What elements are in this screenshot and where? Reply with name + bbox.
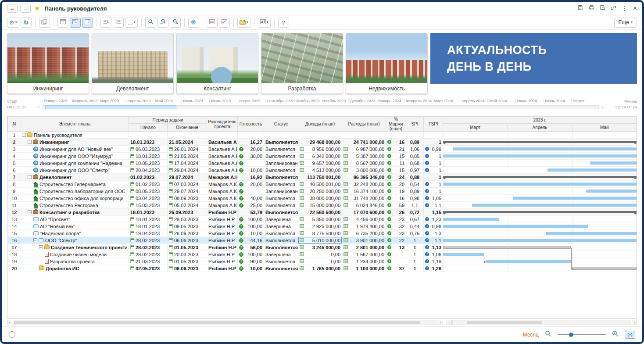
plan-item-cell[interactable]: Строительство Ресторана bbox=[21, 202, 129, 209]
status-cell[interactable]: Выполняется bbox=[264, 153, 298, 160]
plan-item-cell[interactable]: "Надежная опора" bbox=[21, 230, 129, 237]
zoom-slider[interactable] bbox=[558, 334, 606, 335]
gantt-bar[interactable] bbox=[546, 232, 637, 235]
progress-cell[interactable]: 100,00 bbox=[238, 223, 264, 230]
plan-item-cell[interactable]: Строительство лаборатории для ООС bbox=[21, 188, 129, 195]
spi-cell[interactable]: 1,1 bbox=[406, 202, 424, 209]
visible-range-thumb[interactable] bbox=[45, 105, 176, 109]
status-cell[interactable]: Выполняется bbox=[264, 139, 298, 146]
gantt-bar[interactable] bbox=[443, 225, 588, 228]
margin-cell[interactable] bbox=[386, 258, 406, 265]
status-cell[interactable]: Запланирован bbox=[264, 188, 298, 195]
col-header-spi[interactable]: SPI bbox=[406, 117, 424, 132]
gantt-cell[interactable] bbox=[443, 153, 637, 160]
spi-cell[interactable]: 1 bbox=[406, 258, 424, 265]
gantt-cell[interactable] bbox=[443, 209, 637, 216]
expense-cell[interactable]: 1 234 000,00 bbox=[342, 258, 386, 265]
zoom-slider-handle[interactable] bbox=[569, 333, 573, 337]
task-end-cell[interactable]: 06.06.2023 bbox=[168, 237, 207, 244]
manager-cell[interactable]: Макаров А.Ю. bbox=[207, 188, 238, 195]
task-end-cell[interactable]: 20.03.2023 bbox=[168, 251, 207, 258]
search-next-button[interactable] bbox=[170, 18, 181, 28]
plan-item-cell[interactable]: Инжиниринг для ООО "Спектр" bbox=[21, 167, 129, 174]
gantt-cell[interactable] bbox=[443, 146, 637, 153]
gantt-bar[interactable] bbox=[513, 197, 637, 200]
expense-cell[interactable]: 2 801 000,00 bbox=[342, 244, 386, 251]
task-start-cell[interactable]: 01.02.2023 bbox=[129, 174, 168, 181]
income-cell[interactable]: 2 925 000,00 bbox=[298, 223, 342, 230]
table-row[interactable]: 5Инжиниринг для компании "Надежна10.05.2… bbox=[8, 160, 637, 167]
more-button[interactable]: Еще▾ bbox=[614, 18, 637, 28]
expense-cell[interactable]: 16 374 100,00 bbox=[342, 188, 386, 195]
tspi-cell[interactable]: 1,05 bbox=[424, 195, 443, 202]
scale-mode-label[interactable]: Месяц bbox=[523, 332, 539, 338]
plan-item-cell[interactable]: Инжиниринг для АО "Новый век" bbox=[21, 146, 129, 153]
settings-button[interactable]: ⚙▾ bbox=[7, 18, 19, 28]
table-gantt-view-button[interactable] bbox=[82, 18, 93, 28]
manager-cell[interactable]: Васильев А.Н bbox=[207, 167, 238, 174]
spi-cell[interactable]: 0,89 bbox=[406, 188, 424, 195]
table-row[interactable]: 18Создание бизнес модели28.02.202320.03.… bbox=[8, 251, 637, 258]
progress-cell[interactable]: 10,00 bbox=[238, 167, 264, 174]
income-cell[interactable]: 29 468 000,00 bbox=[298, 139, 342, 146]
tspi-cell[interactable]: 1,3 bbox=[424, 230, 443, 237]
task-end-cell[interactable]: 05.02.2024 bbox=[168, 202, 207, 209]
gantt-cell[interactable] bbox=[443, 258, 637, 265]
manager-cell[interactable]: Макаров А.Ю. bbox=[207, 174, 238, 181]
gantt-cell[interactable] bbox=[443, 265, 637, 272]
task-start-cell[interactable]: 06.03.2023 bbox=[129, 146, 168, 153]
spi-cell[interactable]: 1 bbox=[406, 265, 424, 272]
status-cell[interactable]: Завершена bbox=[264, 251, 298, 258]
gantt-cell[interactable] bbox=[443, 167, 637, 174]
table-row[interactable]: 7Девелопмент01.02.202329.07.2024Макаров … bbox=[8, 174, 637, 181]
task-start-cell[interactable] bbox=[129, 132, 168, 139]
income-cell[interactable]: 8 775 500,00 bbox=[298, 230, 342, 237]
status-cell[interactable]: Завершена bbox=[264, 223, 298, 230]
progress-cell[interactable]: 90,00 bbox=[238, 258, 264, 265]
margin-cell[interactable]: 16 bbox=[386, 195, 406, 202]
status-cell[interactable]: Выполняется bbox=[264, 174, 298, 181]
status-cell[interactable]: Выполняется bbox=[264, 230, 298, 237]
progress-cell[interactable]: 30,00 bbox=[238, 153, 264, 160]
col-header-progress[interactable]: Готовность bbox=[238, 117, 264, 132]
task-start-cell[interactable]: 18.01.2023 bbox=[129, 216, 168, 223]
spi-cell[interactable]: 1,06 bbox=[406, 146, 424, 153]
back-button[interactable]: ← bbox=[7, 4, 18, 13]
margin-cell[interactable]: 22 bbox=[386, 237, 406, 244]
margin-cell[interactable] bbox=[386, 251, 406, 258]
manager-cell[interactable]: Макаров А.Ю. bbox=[207, 202, 238, 209]
manager-cell[interactable]: Рыбкин Н.Р bbox=[207, 258, 238, 265]
forward-button[interactable]: → bbox=[20, 4, 31, 13]
income-cell[interactable]: 38 000 000,00 bbox=[298, 195, 342, 202]
zoom-in-icon[interactable] bbox=[612, 330, 619, 339]
margin-cell[interactable]: 37 bbox=[386, 265, 406, 272]
progress-cell[interactable]: 100,00 bbox=[238, 251, 264, 258]
table-hscrollbar[interactable]: ‹ › bbox=[7, 320, 443, 325]
live-update-toggle[interactable] bbox=[625, 331, 635, 339]
table-row[interactable]: 14АО "Новый век"18.01.202309.05.2023Рыбк… bbox=[8, 223, 637, 230]
income-cell[interactable]: 0,00 bbox=[298, 251, 342, 258]
plan-item-cell[interactable]: Инжиниринг для компании "Надежна bbox=[21, 160, 129, 167]
status-cell[interactable]: Выполняется bbox=[264, 146, 298, 153]
spi-cell[interactable]: 0,72 bbox=[406, 209, 424, 216]
gantt-bar[interactable] bbox=[486, 260, 571, 263]
table-row[interactable]: 17Создание Технического проекта28.02.202… bbox=[8, 244, 637, 251]
add-folder-button[interactable]: ▾ bbox=[237, 18, 250, 28]
col-header-income[interactable]: Доходы (план) bbox=[298, 117, 342, 132]
card-rnd[interactable]: Разработка bbox=[261, 33, 343, 94]
gantt-bar[interactable] bbox=[443, 246, 571, 249]
task-start-cell[interactable]: 28.02.2023 bbox=[129, 237, 168, 244]
expense-cell[interactable]: 8 567 000,00 bbox=[342, 160, 386, 167]
status-cell[interactable]: Выполняется bbox=[264, 237, 298, 244]
gantt-bar[interactable] bbox=[443, 183, 637, 186]
info-icon[interactable] bbox=[9, 331, 15, 338]
task-start-cell[interactable]: 08.05.2023 bbox=[129, 188, 168, 195]
favorite-star-icon[interactable]: ★ bbox=[34, 4, 40, 12]
search-button[interactable] bbox=[145, 18, 156, 28]
expense-cell[interactable]: 4 456 000,00 bbox=[342, 216, 386, 223]
tspi-cell[interactable]: 1 bbox=[424, 167, 443, 174]
expense-cell[interactable]: 3 901 000,00 bbox=[342, 237, 386, 244]
collapse-toggle-icon[interactable] bbox=[28, 140, 32, 144]
gantt-hscrollbar[interactable]: ‹ › bbox=[447, 320, 637, 325]
tspi-cell[interactable]: 0,98 bbox=[424, 223, 443, 230]
